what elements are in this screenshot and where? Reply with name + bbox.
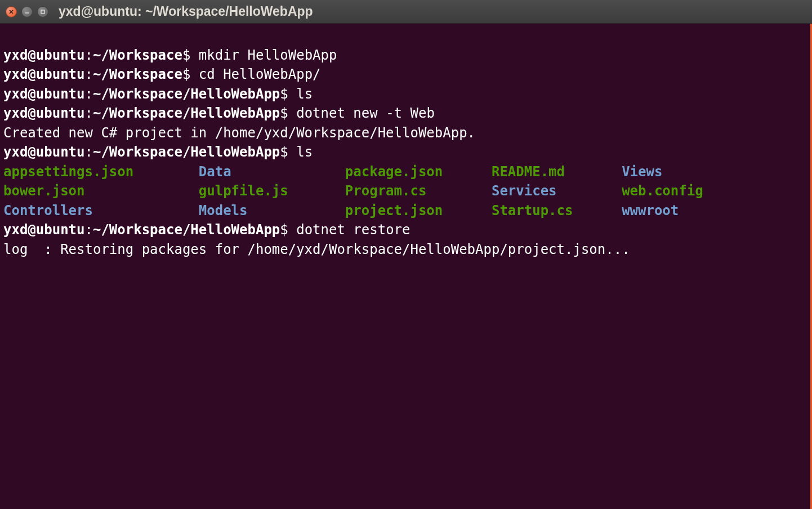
command-text: dotnet restore (296, 222, 410, 238)
prompt-userhost: yxd@ubuntu (3, 144, 85, 160)
ls-dir: Views (622, 162, 719, 182)
titlebar: yxd@ubuntu: ~/Workspace/HelloWebApp (0, 0, 812, 24)
ls-file: Startup.cs (492, 201, 622, 221)
command-text: cd HelloWebApp/ (199, 66, 321, 82)
ls-dir: Models (199, 201, 345, 221)
ls-file: package.json (345, 162, 492, 182)
window-title: yxd@ubuntu: ~/Workspace/HelloWebApp (59, 2, 313, 21)
prompt-path: ~/Workspace (93, 66, 182, 82)
prompt-userhost: yxd@ubuntu (3, 222, 85, 238)
maximize-icon (40, 9, 46, 15)
output-line: Created new C# project in /home/yxd/Work… (3, 125, 475, 141)
ls-row: ControllersModelsproject.jsonStartup.csw… (3, 201, 807, 221)
prompt-path: ~/Workspace/HelloWebApp (93, 222, 280, 238)
minimize-button[interactable] (21, 6, 33, 17)
prompt-path: ~/Workspace/HelloWebApp (93, 105, 280, 121)
prompt-line: yxd@ubuntu:~/Workspace$ mkdir HelloWebAp… (3, 47, 337, 63)
window-controls (6, 6, 48, 17)
prompt-line: yxd@ubuntu:~/Workspace/HelloWebApp$ dotn… (3, 105, 435, 121)
ls-file: appsettings.json (3, 162, 199, 182)
command-text: ls (296, 86, 313, 102)
command-text: dotnet new -t Web (296, 105, 435, 121)
close-button[interactable] (6, 6, 17, 17)
ls-dir: Controllers (3, 201, 199, 221)
ls-file: project.json (345, 201, 492, 221)
ls-row: bower.jsongulpfile.jsProgram.csServicesw… (3, 181, 807, 201)
output-line: log : Restoring packages for /home/yxd/W… (3, 242, 630, 257)
command-text: mkdir HelloWebApp (199, 47, 337, 63)
ls-dir: Data (199, 162, 345, 182)
ls-file: bower.json (3, 181, 199, 201)
ls-dir: wwwroot (622, 201, 719, 221)
prompt-userhost: yxd@ubuntu (3, 66, 85, 82)
prompt-line: yxd@ubuntu:~/Workspace/HelloWebApp$ dotn… (3, 222, 411, 238)
ls-file: Program.cs (345, 181, 492, 201)
terminal-body[interactable]: yxd@ubuntu:~/Workspace$ mkdir HelloWebAp… (0, 24, 812, 509)
maximize-button[interactable] (37, 6, 48, 17)
ls-file: gulpfile.js (199, 181, 345, 201)
prompt-userhost: yxd@ubuntu (3, 86, 85, 102)
prompt-path: ~/Workspace/HelloWebApp (93, 144, 280, 160)
prompt-path: ~/Workspace (93, 47, 182, 63)
prompt-line: yxd@ubuntu:~/Workspace$ cd HelloWebApp/ (3, 66, 321, 82)
ls-file: web.config (622, 181, 719, 201)
prompt-userhost: yxd@ubuntu (3, 105, 85, 121)
ls-row: appsettings.jsonDatapackage.jsonREADME.m… (3, 162, 807, 182)
minimize-icon (24, 9, 30, 15)
prompt-userhost: yxd@ubuntu (3, 47, 85, 63)
prompt-path: ~/Workspace/HelloWebApp (93, 86, 280, 102)
ls-dir: Services (492, 181, 622, 201)
prompt-line: yxd@ubuntu:~/Workspace/HelloWebApp$ ls (3, 144, 313, 160)
svg-rect-3 (41, 10, 44, 14)
command-text: ls (296, 144, 313, 160)
ls-file: README.md (492, 162, 622, 182)
prompt-line: yxd@ubuntu:~/Workspace/HelloWebApp$ ls (3, 86, 313, 102)
close-icon (8, 9, 14, 15)
